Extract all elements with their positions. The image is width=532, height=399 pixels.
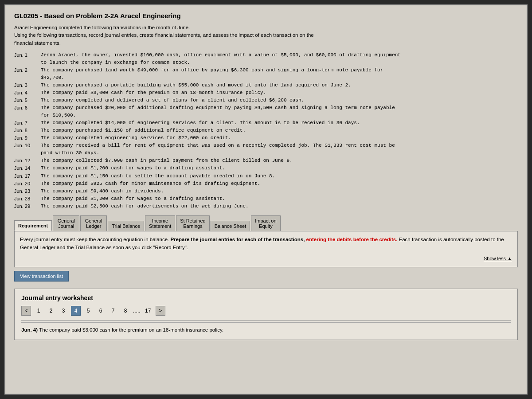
list-item: Jun. 10 The company received a bill for … bbox=[14, 142, 518, 149]
list-item: Jun. 17 The company paid $1,150 cash to … bbox=[14, 172, 518, 180]
list-item: for $10,500. bbox=[14, 112, 518, 119]
list-item: $42,700. bbox=[14, 74, 518, 82]
list-item: Jun. 2 The company purchased land worth … bbox=[14, 66, 518, 74]
list-item: Jun. 1 Jenna Aracel, the owner, invested… bbox=[14, 51, 518, 59]
list-item: Jun. 9 The company completed engineering… bbox=[14, 134, 518, 142]
view-transaction-button[interactable]: View transaction list bbox=[14, 271, 69, 282]
list-item: Jun. 29 The company paid $2,500 cash for… bbox=[14, 203, 518, 210]
tab-income-statement[interactable]: IncomeStatement bbox=[145, 215, 175, 231]
list-item: Jun. 5 The company completed and deliver… bbox=[14, 97, 518, 104]
intro-line-3: financial statements. bbox=[14, 40, 61, 46]
next-page-button[interactable]: > bbox=[156, 306, 165, 316]
page-title: GL0205 - Based on Problem 2-2A Aracel En… bbox=[14, 12, 518, 20]
transaction-desc-bold: Jun. 4) bbox=[21, 327, 39, 332]
list-item: Jun. 28 The company paid $1,200 cash for… bbox=[14, 195, 518, 203]
tab-requirement[interactable]: Requirement bbox=[14, 220, 52, 231]
page-2[interactable]: 2 bbox=[46, 306, 56, 316]
list-item: Jun. 20 The company paid $925 cash for m… bbox=[14, 180, 518, 188]
tab-impact-on-equity[interactable]: Impact onEquity bbox=[251, 215, 280, 231]
journal-section: Journal entry worksheet < 1 2 3 4 5 6 7 … bbox=[14, 289, 518, 340]
tab-trial-balance[interactable]: Trial Balance bbox=[108, 221, 144, 231]
page-3[interactable]: 3 bbox=[59, 306, 68, 316]
instruction-normal: Every journal entry must keep the accoun… bbox=[20, 237, 170, 242]
page-6[interactable]: 6 bbox=[96, 306, 106, 316]
list-item: Jun. 6 The company purchased $20,000 of … bbox=[14, 104, 518, 112]
tab-bar: Requirement GeneralJournal GeneralLedger… bbox=[14, 215, 518, 231]
journal-title: Journal entry worksheet bbox=[21, 294, 511, 301]
list-item: to launch the company in exchange for co… bbox=[14, 59, 518, 66]
pagination-dots: ..... bbox=[133, 308, 141, 314]
list-item: Jun. 8 The company purchased $1,150 of a… bbox=[14, 127, 518, 134]
intro-line-1: Aracel Engineering completed the followi… bbox=[14, 25, 190, 30]
page-7[interactable]: 7 bbox=[108, 306, 118, 316]
list-item: Jun. 7 The company completed $14,000 of … bbox=[14, 119, 518, 127]
tab-general-ledger[interactable]: GeneralLedger bbox=[80, 215, 107, 231]
page-4[interactable]: 4 bbox=[71, 306, 81, 316]
divider bbox=[21, 320, 511, 321]
tab-content-requirement: Every journal entry must keep the accoun… bbox=[14, 231, 518, 268]
transaction-list: Jun. 1 Jenna Aracel, the owner, invested… bbox=[14, 51, 518, 210]
instruction-text: Every journal entry must keep the accoun… bbox=[20, 236, 512, 252]
transaction-desc-text: The company paid $3,000 cash for the pre… bbox=[39, 327, 223, 332]
intro-description: Aracel Engineering completed the followi… bbox=[14, 24, 518, 47]
pagination: < 1 2 3 4 5 6 7 8 ..... 17 > bbox=[21, 306, 511, 316]
list-item: paid within 30 days. bbox=[14, 149, 518, 157]
intro-line-2: Using the following transactions, record… bbox=[14, 32, 314, 38]
tab-balance-sheet[interactable]: Balance Sheet bbox=[211, 221, 250, 231]
tab-general-journal[interactable]: GeneralJournal bbox=[53, 215, 79, 231]
main-screen: GL0205 - Based on Problem 2-2A Aracel En… bbox=[4, 4, 528, 395]
transaction-description: Jun. 4) The company paid $3,000 cash for… bbox=[21, 322, 511, 334]
prev-page-button[interactable]: < bbox=[21, 306, 31, 316]
show-less-btn[interactable]: Show less ▲ bbox=[484, 256, 512, 261]
instruction-bold: Prepare the journal entries for each of … bbox=[170, 237, 306, 242]
list-item: Jun. 3 The company purchased a portable … bbox=[14, 82, 518, 89]
list-item: Jun. 14 The company paid $1,200 cash for… bbox=[14, 164, 518, 172]
page-8[interactable]: 8 bbox=[121, 306, 130, 316]
list-item: Jun. 4 The company paid $3,000 cash for … bbox=[14, 89, 518, 97]
show-less-area: Show less ▲ bbox=[20, 255, 512, 262]
tab-st-retained-earnings[interactable]: St RetainedEarnings bbox=[176, 215, 209, 231]
list-item: Jun. 12 The company collected $7,000 cas… bbox=[14, 157, 518, 164]
page-5[interactable]: 5 bbox=[83, 306, 93, 316]
list-item: Jun. 23 The company paid $9,480 cash in … bbox=[14, 188, 518, 195]
instruction-red: entering the debits before the credits. bbox=[306, 237, 399, 242]
view-transaction-container: View transaction list bbox=[14, 267, 518, 287]
page-1[interactable]: 1 bbox=[34, 306, 43, 316]
page-17[interactable]: 17 bbox=[143, 306, 153, 316]
